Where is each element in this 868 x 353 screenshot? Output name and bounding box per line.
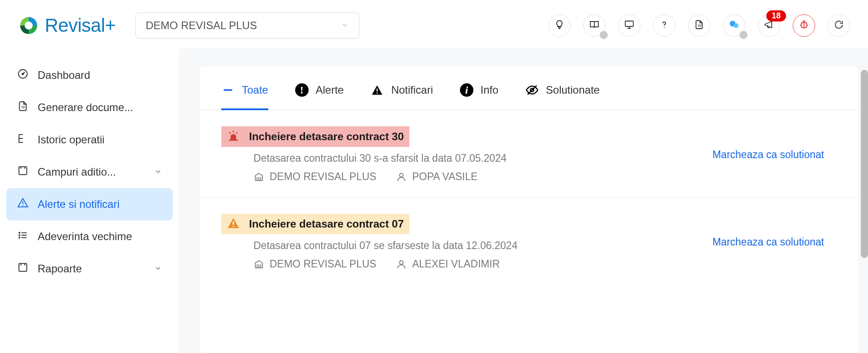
svg-point-4 [664,27,665,28]
svg-point-46 [400,173,403,177]
svg-line-14 [801,27,802,27]
sidebar-item-dashboard[interactable]: Dashboard [6,59,173,91]
sidebar-item-label: Adeverinta vechime [38,230,132,243]
svg-line-12 [801,23,802,23]
tab-alerts[interactable]: ! Alerte [295,79,344,110]
alert-company: DEMO REVISAL PLUS [254,171,376,183]
bug-report-button[interactable] [793,14,815,37]
info-circle-icon: i [460,83,473,97]
person-icon [396,172,407,182]
sidebar: Dashboard W Generare docume... Istoric o… [0,48,179,353]
person-icon [396,259,407,270]
sidebar-item-label: Dashboard [38,69,90,82]
docs-button[interactable] [583,14,606,37]
sidebar-item-reports[interactable]: Rapoarte [6,253,173,285]
notification-badge: 18 [766,10,786,22]
chat-icon [728,19,740,32]
eye-off-icon [525,83,539,97]
brand-text: Revisal+ [45,15,116,36]
svg-point-28 [19,237,20,238]
help-button[interactable] [653,14,675,37]
display-button[interactable] [618,14,640,37]
mark-resolved-button[interactable]: Marcheaza ca solutionat [713,236,837,248]
tab-all[interactable]: Toate [221,79,268,110]
alert-company: DEMO REVISAL PLUS [254,258,376,270]
tab-resolved[interactable]: Solutionate [525,79,600,110]
svg-point-17 [22,73,23,74]
building-icon [254,259,264,270]
svg-text:W: W [21,105,26,109]
scrollbar[interactable] [861,66,868,353]
announcements-button[interactable]: 18 [758,14,780,37]
svg-rect-30 [19,263,26,271]
exclamation-circle-icon: ! [295,83,309,97]
siren-icon [227,129,240,144]
svg-point-24 [19,232,20,233]
lightbulb-icon [554,19,565,32]
form-icon [17,165,29,179]
alert-person: POPA VASILE [396,171,477,183]
svg-rect-47 [233,221,234,225]
tab-label: Toate [242,84,268,96]
tab-label: Notificari [391,84,433,96]
dash-icon [221,83,235,97]
sidebar-item-generate-documents[interactable]: W Generare docume... [6,91,173,124]
monitor-icon [624,19,635,32]
sidebar-item-label: Alerte si notificari [38,198,120,211]
scroll-thumb[interactable] [861,70,868,258]
sidebar-item-certificate[interactable]: Adeverinta vechime [6,220,173,253]
svg-rect-38 [229,140,238,141]
chevron-down-icon [154,166,162,178]
alert-title: Incheiere detasare contract 07 [249,218,404,230]
alert-triangle-icon [17,197,29,211]
tab-info[interactable]: i Info [460,79,498,110]
chevron-down-icon [154,263,162,275]
sidebar-item-history[interactable]: Istoric operatii [6,124,173,156]
alert-row: Incheiere detasare contract 30 Detasarea… [200,110,858,198]
alert-title-bar: Incheiere detasare contract 30 [221,126,409,147]
svg-text:W: W [698,23,702,28]
mark-resolved-button[interactable]: Marcheaza ca solutionat [713,149,837,161]
book-icon [589,19,600,32]
tab-label: Info [481,84,498,96]
sidebar-item-label: Istoric operatii [38,133,104,146]
refresh-button[interactable] [828,14,850,37]
app-logo: Revisal+ [18,15,116,36]
alert-title-bar: Incheiere detasare contract 07 [221,214,409,234]
svg-point-53 [400,261,403,264]
document-icon: W [17,100,29,115]
svg-line-15 [806,27,807,27]
alert-title: Incheiere detasare contract 30 [249,130,404,143]
company-select[interactable]: DEMO REVISAL PLUS [135,13,359,39]
svg-point-0 [25,22,33,30]
alert-company-value: DEMO REVISAL PLUS [270,258,376,270]
svg-rect-34 [377,89,378,92]
sidebar-item-label: Campuri aditio... [38,166,116,178]
svg-rect-1 [625,21,633,26]
svg-point-7 [734,23,739,28]
status-dot-icon [739,31,748,39]
chevron-down-icon [341,19,349,32]
tips-button[interactable] [548,14,571,37]
sidebar-item-custom-fields[interactable]: Campuri aditio... [6,156,173,188]
gauge-icon [17,68,29,82]
svg-line-41 [236,133,237,134]
chat-button[interactable] [723,14,745,37]
main-content: Toate ! Alerte Notificari i Info [179,48,868,353]
list-icon [17,229,29,244]
alert-person-value: POPA VASILE [412,171,477,183]
question-icon [659,19,670,32]
svg-rect-35 [377,93,378,94]
building-icon [254,172,264,182]
alert-company-value: DEMO REVISAL PLUS [270,171,376,183]
word-doc-icon: W [694,19,705,32]
svg-point-23 [22,205,23,206]
refresh-icon [834,19,844,32]
bug-icon [798,19,810,32]
svg-rect-19 [19,167,26,174]
svg-point-26 [19,235,20,236]
sidebar-item-alerts[interactable]: Alerte si notificari [6,188,173,220]
word-button[interactable]: W [688,14,710,37]
status-dot-icon [600,31,608,39]
tab-notifications[interactable]: Notificari [370,79,433,110]
